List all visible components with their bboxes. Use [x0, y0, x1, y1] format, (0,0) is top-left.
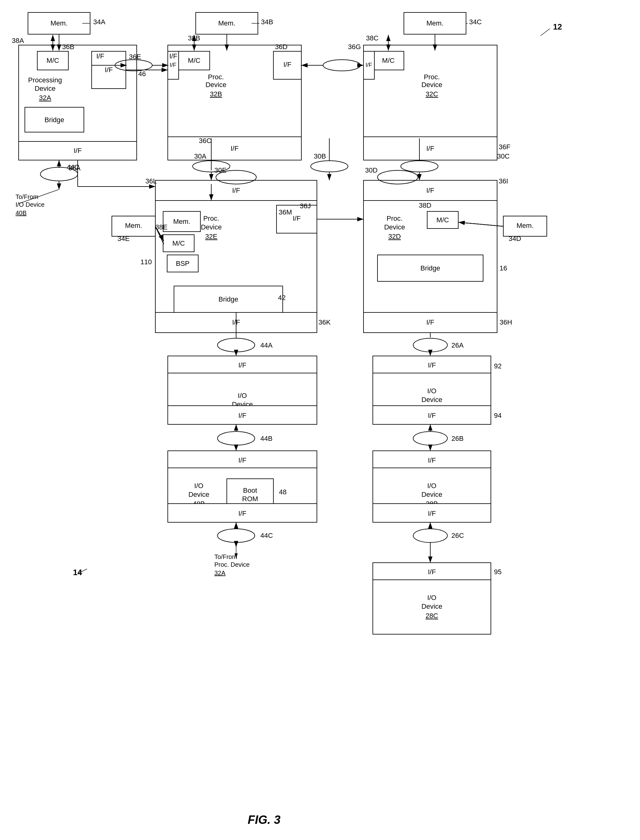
svg-text:34C: 34C: [469, 18, 482, 26]
svg-point-135: [401, 161, 438, 172]
svg-text:36H: 36H: [499, 318, 512, 326]
svg-text:I/F: I/F: [232, 186, 240, 194]
svg-text:44C: 44C: [260, 532, 273, 539]
svg-point-132: [311, 161, 348, 172]
svg-text:36G: 36G: [348, 43, 361, 51]
svg-text:32A: 32A: [214, 569, 226, 576]
svg-text:30A: 30A: [194, 152, 206, 160]
svg-text:44B: 44B: [260, 434, 272, 442]
svg-point-146: [218, 431, 255, 445]
svg-text:M/C: M/C: [437, 216, 449, 224]
svg-text:38A: 38A: [12, 37, 24, 45]
svg-text:I/F: I/F: [366, 62, 372, 68]
svg-text:34A: 34A: [93, 18, 105, 26]
svg-text:I/F: I/F: [428, 361, 436, 369]
svg-text:I/F: I/F: [105, 66, 113, 74]
svg-text:30C: 30C: [497, 152, 509, 160]
svg-text:I/F: I/F: [428, 412, 436, 419]
svg-text:36D: 36D: [275, 43, 287, 51]
svg-text:Proc.: Proc.: [424, 73, 440, 81]
svg-text:I/O: I/O: [427, 594, 436, 601]
svg-text:44A: 44A: [260, 341, 272, 349]
svg-text:I/F: I/F: [169, 52, 178, 60]
svg-text:Device: Device: [421, 491, 442, 499]
svg-text:34E: 34E: [117, 235, 130, 242]
svg-text:ROM: ROM: [242, 495, 258, 503]
svg-text:I/F: I/F: [96, 52, 104, 60]
svg-point-157: [413, 431, 447, 445]
svg-text:Proc.: Proc.: [208, 73, 224, 81]
svg-text:32C: 32C: [426, 90, 438, 98]
svg-text:Device: Device: [421, 396, 442, 404]
svg-text:Bridge: Bridge: [45, 116, 64, 124]
svg-text:Mem.: Mem.: [125, 222, 142, 229]
svg-text:92: 92: [494, 362, 501, 370]
svg-line-235: [541, 29, 550, 36]
svg-text:I/F: I/F: [283, 61, 291, 68]
svg-text:36M: 36M: [279, 208, 292, 216]
svg-text:16: 16: [499, 264, 507, 272]
svg-text:26A: 26A: [451, 341, 464, 349]
svg-text:I/F: I/F: [238, 361, 246, 369]
diagram-svg: Mem. Mem. Mem. M/C Processing Device 32A…: [0, 0, 640, 840]
svg-text:32D: 32D: [388, 232, 401, 240]
svg-point-150: [218, 529, 255, 542]
svg-text:Proc.: Proc.: [387, 215, 402, 222]
svg-text:36L: 36L: [146, 177, 157, 185]
svg-text:36I: 36I: [499, 177, 508, 185]
svg-text:110: 110: [141, 258, 152, 266]
svg-text:Mem.: Mem.: [51, 19, 68, 27]
svg-text:I/F: I/F: [170, 62, 176, 68]
svg-text:48: 48: [279, 488, 286, 496]
svg-text:BSP: BSP: [176, 260, 189, 267]
svg-text:I/F: I/F: [238, 510, 246, 517]
svg-text:I/F: I/F: [426, 144, 434, 152]
svg-text:To/From: To/From: [16, 193, 38, 200]
svg-text:I/O: I/O: [427, 482, 436, 490]
svg-text:36E: 36E: [129, 53, 141, 61]
svg-text:42: 42: [278, 294, 285, 301]
svg-text:38D: 38D: [419, 202, 431, 209]
svg-text:I/O: I/O: [238, 392, 247, 399]
diagram-container: Mem. Mem. Mem. M/C Processing Device 32A…: [0, 0, 640, 840]
svg-text:40B: 40B: [16, 210, 27, 216]
svg-text:M/C: M/C: [46, 56, 59, 64]
svg-text:32B: 32B: [210, 90, 222, 98]
svg-text:26C: 26C: [451, 532, 464, 539]
svg-text:M/C: M/C: [382, 56, 395, 64]
svg-text:Device: Device: [421, 603, 442, 610]
svg-text:30E: 30E: [214, 166, 227, 174]
svg-text:28C: 28C: [426, 612, 438, 620]
svg-text:I/F: I/F: [230, 144, 238, 152]
svg-text:I/O: I/O: [194, 482, 203, 490]
svg-text:36C: 36C: [199, 137, 211, 144]
svg-text:Device: Device: [205, 81, 226, 88]
svg-text:I/O Device: I/O Device: [16, 201, 45, 208]
svg-text:Mem.: Mem.: [517, 222, 534, 229]
svg-text:I/F: I/F: [428, 568, 436, 576]
svg-text:M/C: M/C: [188, 56, 200, 64]
svg-text:30B: 30B: [314, 152, 326, 160]
svg-text:Device: Device: [421, 81, 442, 88]
svg-text:I/F: I/F: [238, 412, 246, 419]
svg-text:M/C: M/C: [173, 239, 185, 247]
svg-point-122: [323, 60, 360, 71]
svg-text:Boot: Boot: [243, 487, 257, 494]
svg-point-161: [413, 529, 447, 542]
svg-text:44C: 44C: [67, 163, 79, 171]
svg-text:FIG. 3: FIG. 3: [248, 813, 280, 826]
svg-text:14: 14: [73, 567, 82, 577]
svg-text:38C: 38C: [366, 34, 378, 42]
svg-text:34B: 34B: [261, 18, 273, 26]
svg-text:I/F: I/F: [428, 456, 436, 464]
svg-text:Processing: Processing: [28, 76, 62, 84]
svg-text:32E: 32E: [205, 232, 217, 240]
svg-text:32A: 32A: [39, 94, 51, 102]
svg-text:30D: 30D: [365, 166, 378, 174]
svg-text:Mem.: Mem.: [218, 19, 235, 27]
svg-text:I/O: I/O: [427, 387, 436, 395]
svg-text:I/F: I/F: [426, 186, 434, 194]
svg-text:Device: Device: [188, 491, 209, 499]
svg-text:94: 94: [494, 412, 501, 419]
svg-text:Bridge: Bridge: [218, 295, 238, 303]
